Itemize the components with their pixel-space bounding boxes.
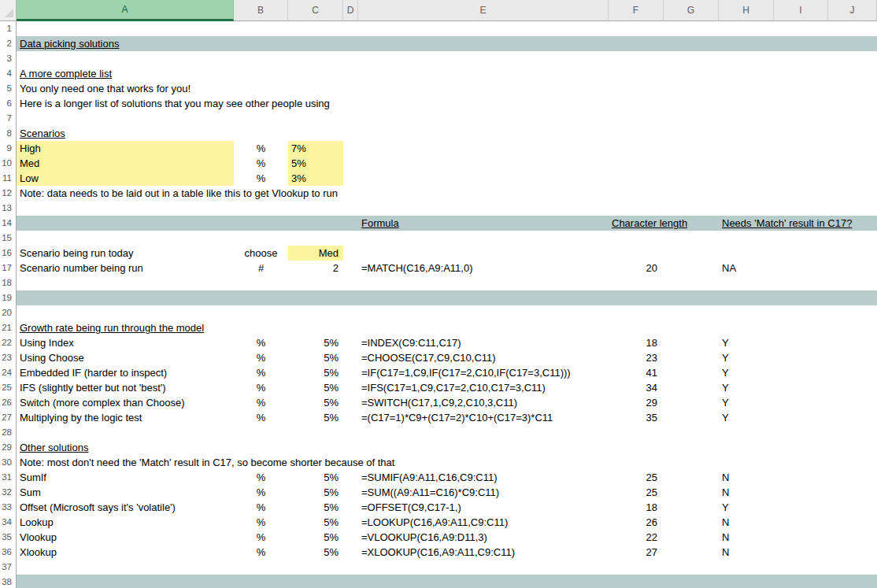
cell-C33[interactable]: 5%	[288, 500, 343, 515]
cell-E22[interactable]: =INDEX(C9:C11,C17)	[358, 335, 461, 350]
column-header-I[interactable]: I	[774, 0, 828, 21]
cell-F31[interactable]: 25	[609, 470, 664, 485]
cell-A33[interactable]: Offset (Microsoft says it's 'volatile')	[17, 500, 176, 515]
row-header-32[interactable]: 32	[0, 485, 16, 500]
row-header-14[interactable]: 14	[0, 216, 16, 231]
row-header-7[interactable]: 7	[0, 111, 16, 126]
row-header-5[interactable]: 5	[0, 81, 16, 96]
cell-E26[interactable]: =SWITCH(C17,1,C9,2,C10,3,C11)	[358, 395, 517, 410]
row-header-10[interactable]: 10	[0, 156, 16, 171]
row-header-38[interactable]: 38	[0, 575, 16, 588]
cell-B27[interactable]: %	[234, 410, 288, 425]
row-header-27[interactable]: 27	[0, 410, 16, 425]
column-header-B[interactable]: B	[234, 0, 288, 21]
cell-B11[interactable]: %	[234, 171, 288, 186]
row-header-23[interactable]: 23	[0, 350, 16, 365]
cell-C22[interactable]: 5%	[288, 335, 343, 350]
column-header-F[interactable]: F	[609, 0, 664, 21]
cell-A29[interactable]: Other solutions	[17, 440, 88, 455]
cell-B16[interactable]: choose	[234, 246, 288, 261]
cell-A5[interactable]: You only need one that works for you!	[17, 81, 191, 96]
cell-H24[interactable]: Y	[719, 365, 729, 380]
cell-C23[interactable]: 5%	[288, 350, 343, 365]
cell-B24[interactable]: %	[234, 365, 288, 380]
cell-C24[interactable]: 5%	[288, 365, 343, 380]
row-header-34[interactable]: 34	[0, 515, 16, 530]
row-header-25[interactable]: 25	[0, 380, 16, 395]
cell-H14[interactable]: Needs 'Match' result in C17?	[719, 216, 852, 231]
cell-A23[interactable]: Using Choose	[17, 350, 84, 365]
row-header-16[interactable]: 16	[0, 246, 16, 261]
row-header-29[interactable]: 29	[0, 440, 16, 455]
cell-F23[interactable]: 23	[609, 350, 664, 365]
cell-H31[interactable]: N	[719, 470, 729, 485]
cell-E31[interactable]: =SUMIF(A9:A11,C16,C9:C11)	[358, 470, 498, 485]
cell-B32[interactable]: %	[234, 485, 288, 500]
row-header-21[interactable]: 21	[0, 320, 16, 335]
cell-F26[interactable]: 29	[609, 395, 664, 410]
cell-F27[interactable]: 35	[609, 410, 664, 425]
cell-H22[interactable]: Y	[719, 335, 729, 350]
cell-A9[interactable]: High	[17, 141, 234, 156]
cell-A36[interactable]: Xlookup	[17, 545, 57, 560]
cell-E24[interactable]: =IF(C17=1,C9,IF(C17=2,C10,IF(C17=3,C11))…	[358, 365, 571, 380]
cell-C35[interactable]: 5%	[288, 530, 343, 545]
cell-A4[interactable]: A more complete list	[17, 66, 112, 81]
cell-A17[interactable]: Scenario number being run	[17, 261, 143, 276]
cell-C34[interactable]: 5%	[288, 515, 343, 530]
cell-E25[interactable]: =IFS(C17=1,C9,C17=2,C10,C17=3,C11)	[358, 380, 546, 395]
cell-F32[interactable]: 25	[609, 485, 664, 500]
cell-H36[interactable]: N	[719, 545, 729, 560]
cell-B34[interactable]: %	[234, 515, 288, 530]
cell-A25[interactable]: IFS (slightly better but not 'best')	[17, 380, 166, 395]
column-header-D[interactable]: D	[343, 0, 358, 21]
cell-C10[interactable]: 5%	[288, 156, 343, 171]
cell-C32[interactable]: 5%	[288, 485, 343, 500]
cell-F33[interactable]: 18	[609, 500, 664, 515]
cell-A12[interactable]: Note: data needs to be laid out in a tab…	[17, 186, 338, 201]
cell-B25[interactable]: %	[234, 380, 288, 395]
cell-E33[interactable]: =OFFSET(C9,C17-1,)	[358, 500, 461, 515]
row-header-20[interactable]: 20	[0, 305, 16, 320]
cell-C26[interactable]: 5%	[288, 395, 343, 410]
cell-B33[interactable]: %	[234, 500, 288, 515]
cell-A24[interactable]: Embedded IF (harder to inspect)	[17, 365, 167, 380]
cell-H32[interactable]: N	[719, 485, 729, 500]
cell-B22[interactable]: %	[234, 335, 288, 350]
cell-A16[interactable]: Scenario being run today	[17, 246, 134, 261]
row-header-4[interactable]: 4	[0, 66, 16, 81]
cell-E36[interactable]: =XLOOKUP(C16,A9:A11,C9:C11)	[358, 545, 515, 560]
cell-B26[interactable]: %	[234, 395, 288, 410]
cell-C16[interactable]: Med	[288, 246, 343, 261]
cell-B23[interactable]: %	[234, 350, 288, 365]
cell-B17[interactable]: #	[234, 261, 288, 276]
cell-E17[interactable]: =MATCH(C16,A9:A11,0)	[358, 261, 472, 276]
cell-C17[interactable]: 2	[288, 261, 343, 276]
column-header-H[interactable]: H	[719, 0, 774, 21]
cell-C36[interactable]: 5%	[288, 545, 343, 560]
cell-C31[interactable]: 5%	[288, 470, 343, 485]
cell-C27[interactable]: 5%	[288, 410, 343, 425]
row-header-19[interactable]: 19	[0, 290, 16, 305]
row-header-15[interactable]: 15	[0, 231, 16, 246]
cell-A10[interactable]: Med	[17, 156, 234, 171]
row-header-2[interactable]: 2	[0, 36, 16, 51]
cell-F22[interactable]: 18	[609, 335, 664, 350]
cell-E35[interactable]: =VLOOKUP(C16,A9:D11,3)	[358, 530, 487, 545]
cell-A30[interactable]: Note: most don't need the 'Match' result…	[17, 455, 394, 470]
cell-F24[interactable]: 41	[609, 365, 664, 380]
cell-F36[interactable]: 27	[609, 545, 664, 560]
row-header-35[interactable]: 35	[0, 530, 16, 545]
column-header-A[interactable]: A	[17, 0, 234, 21]
cell-A26[interactable]: Switch (more complex than Choose)	[17, 395, 185, 410]
column-header-C[interactable]: C	[288, 0, 343, 21]
row-header-37[interactable]: 37	[0, 560, 16, 575]
cell-C11[interactable]: 3%	[288, 171, 343, 186]
cell-A11[interactable]: Low	[17, 171, 234, 186]
cell-A6[interactable]: Here is a longer list of solutions that …	[17, 96, 330, 111]
cell-F35[interactable]: 22	[609, 530, 664, 545]
cell-H35[interactable]: N	[719, 530, 729, 545]
cell-E14[interactable]: Formula	[358, 216, 399, 231]
cell-A32[interactable]: Sum	[17, 485, 41, 500]
cell-B31[interactable]: %	[234, 470, 288, 485]
